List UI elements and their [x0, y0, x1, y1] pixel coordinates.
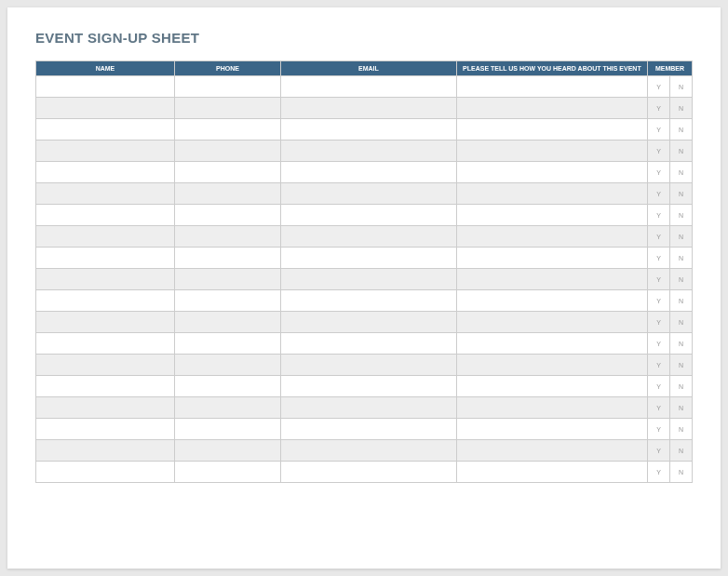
cell-member-yes[interactable]: Y [648, 141, 670, 162]
cell-name[interactable] [36, 141, 175, 162]
cell-heard[interactable] [456, 312, 647, 333]
cell-phone[interactable] [174, 226, 280, 248]
cell-name[interactable] [36, 397, 175, 419]
cell-member-yes[interactable]: Y [648, 226, 670, 248]
cell-phone[interactable] [174, 333, 280, 355]
cell-name[interactable] [36, 312, 175, 333]
cell-member-yes[interactable]: Y [648, 98, 670, 119]
cell-name[interactable] [36, 419, 175, 440]
cell-heard[interactable] [456, 355, 647, 376]
cell-member-no[interactable]: N [670, 269, 693, 290]
cell-name[interactable] [36, 462, 175, 483]
cell-member-no[interactable]: N [670, 98, 693, 119]
cell-email[interactable] [281, 333, 457, 355]
cell-phone[interactable] [174, 119, 280, 141]
cell-phone[interactable] [174, 440, 280, 462]
cell-name[interactable] [36, 183, 175, 205]
cell-member-no[interactable]: N [670, 376, 693, 397]
cell-member-yes[interactable]: Y [648, 312, 670, 333]
cell-name[interactable] [36, 290, 175, 312]
cell-heard[interactable] [456, 333, 647, 355]
cell-member-no[interactable]: N [670, 440, 693, 462]
cell-email[interactable] [281, 119, 457, 141]
cell-heard[interactable] [456, 290, 647, 312]
cell-heard[interactable] [456, 419, 647, 440]
cell-phone[interactable] [174, 397, 280, 419]
cell-email[interactable] [281, 397, 457, 419]
cell-member-no[interactable]: N [670, 333, 693, 355]
cell-heard[interactable] [456, 119, 647, 141]
cell-email[interactable] [281, 98, 457, 119]
cell-heard[interactable] [456, 376, 647, 397]
cell-member-no[interactable]: N [670, 290, 693, 312]
cell-member-yes[interactable]: Y [648, 290, 670, 312]
cell-member-yes[interactable]: Y [648, 440, 670, 462]
cell-phone[interactable] [174, 312, 280, 333]
cell-member-yes[interactable]: Y [648, 269, 670, 290]
cell-member-no[interactable]: N [670, 419, 693, 440]
cell-member-no[interactable]: N [670, 248, 693, 269]
cell-member-yes[interactable]: Y [648, 355, 670, 376]
cell-member-no[interactable]: N [670, 226, 693, 248]
cell-member-no[interactable]: N [670, 355, 693, 376]
cell-member-yes[interactable]: Y [648, 376, 670, 397]
cell-email[interactable] [281, 376, 457, 397]
cell-email[interactable] [281, 226, 457, 248]
cell-email[interactable] [281, 205, 457, 226]
cell-phone[interactable] [174, 462, 280, 483]
cell-phone[interactable] [174, 98, 280, 119]
cell-email[interactable] [281, 290, 457, 312]
cell-name[interactable] [36, 248, 175, 269]
cell-phone[interactable] [174, 355, 280, 376]
cell-phone[interactable] [174, 290, 280, 312]
cell-email[interactable] [281, 419, 457, 440]
cell-email[interactable] [281, 312, 457, 333]
cell-member-yes[interactable]: Y [648, 76, 670, 98]
cell-email[interactable] [281, 462, 457, 483]
cell-member-no[interactable]: N [670, 397, 693, 419]
cell-heard[interactable] [456, 269, 647, 290]
cell-member-no[interactable]: N [670, 119, 693, 141]
cell-name[interactable] [36, 119, 175, 141]
cell-name[interactable] [36, 440, 175, 462]
cell-member-no[interactable]: N [670, 141, 693, 162]
cell-heard[interactable] [456, 162, 647, 183]
cell-email[interactable] [281, 76, 457, 98]
cell-phone[interactable] [174, 376, 280, 397]
cell-name[interactable] [36, 98, 175, 119]
cell-email[interactable] [281, 183, 457, 205]
cell-heard[interactable] [456, 98, 647, 119]
cell-email[interactable] [281, 355, 457, 376]
cell-email[interactable] [281, 269, 457, 290]
cell-name[interactable] [36, 226, 175, 248]
cell-member-no[interactable]: N [670, 462, 693, 483]
cell-member-yes[interactable]: Y [648, 183, 670, 205]
cell-member-yes[interactable]: Y [648, 205, 670, 226]
cell-heard[interactable] [456, 183, 647, 205]
cell-heard[interactable] [456, 462, 647, 483]
cell-heard[interactable] [456, 248, 647, 269]
cell-member-no[interactable]: N [670, 312, 693, 333]
cell-name[interactable] [36, 162, 175, 183]
cell-member-yes[interactable]: Y [648, 397, 670, 419]
cell-name[interactable] [36, 355, 175, 376]
cell-member-yes[interactable]: Y [648, 162, 670, 183]
cell-name[interactable] [36, 376, 175, 397]
cell-phone[interactable] [174, 76, 280, 98]
cell-email[interactable] [281, 162, 457, 183]
cell-member-no[interactable]: N [670, 205, 693, 226]
cell-phone[interactable] [174, 419, 280, 440]
cell-phone[interactable] [174, 248, 280, 269]
cell-email[interactable] [281, 248, 457, 269]
cell-name[interactable] [36, 269, 175, 290]
cell-phone[interactable] [174, 205, 280, 226]
cell-name[interactable] [36, 76, 175, 98]
cell-heard[interactable] [456, 76, 647, 98]
cell-heard[interactable] [456, 440, 647, 462]
cell-member-no[interactable]: N [670, 183, 693, 205]
cell-member-yes[interactable]: Y [648, 333, 670, 355]
cell-phone[interactable] [174, 269, 280, 290]
cell-heard[interactable] [456, 141, 647, 162]
cell-name[interactable] [36, 205, 175, 226]
cell-heard[interactable] [456, 205, 647, 226]
